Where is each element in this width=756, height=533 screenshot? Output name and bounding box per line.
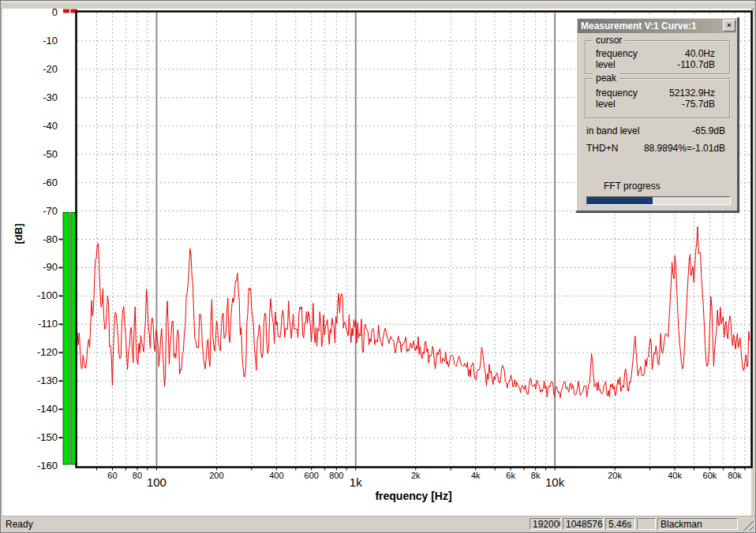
meter-scale-tick xyxy=(59,408,63,410)
peak-level-value: -75.7dB xyxy=(682,99,715,110)
x-tick-label: 4k xyxy=(471,471,481,480)
y-tick-label: -140 xyxy=(10,403,58,415)
meter-scale-tick xyxy=(59,323,63,325)
in-band-level-label: in band level xyxy=(586,125,639,136)
fft-progress-bar xyxy=(586,196,731,205)
peak-frequency-label: frequency xyxy=(596,88,638,99)
x-tick-label: 40k xyxy=(668,471,682,480)
level-meter-bar xyxy=(63,212,69,464)
x-tick-label: 600 xyxy=(305,471,319,480)
status-bar: Ready 192000 1048576 5.46s Blackman xyxy=(2,516,755,533)
status-cell-empty xyxy=(637,518,656,530)
peak-group-label: peak xyxy=(593,73,619,84)
thdn-value: 88.9894%=-1.01dB xyxy=(644,143,725,154)
y-tick-label: -70 xyxy=(10,205,58,217)
y-tick-label: -130 xyxy=(10,375,58,386)
status-cell-samplerate: 192000 xyxy=(530,518,561,530)
y-tick-label: -20 xyxy=(10,63,58,75)
peak-group: peak frequency52132.9Hz level-75.7dB xyxy=(585,78,731,119)
x-tick-label: 800 xyxy=(329,471,343,480)
cursor-group: cursor frequency40.0Hz level-110.7dB xyxy=(585,40,731,75)
y-tick-label: -110 xyxy=(10,318,58,330)
meter-scale-tick xyxy=(59,380,63,382)
x-tick-label: 6k xyxy=(506,471,515,480)
in-band-level-row: in band level -65.9dB xyxy=(586,125,725,136)
y-tick-label: -60 xyxy=(10,177,58,188)
x-tick-label: 80k xyxy=(728,471,742,480)
y-tick-label: -100 xyxy=(10,289,58,301)
x-tick-label-major: 100 xyxy=(147,475,167,489)
x-tick-label: 2k xyxy=(411,471,421,480)
in-band-level-value: -65.9dB xyxy=(692,125,725,136)
panel-titlebar[interactable]: Measurement V:1 Curve:1 xyxy=(578,19,736,33)
y-tick-label: -50 xyxy=(10,148,58,160)
fft-progress-fill xyxy=(587,197,653,204)
cursor-frequency-value: 40.0Hz xyxy=(685,48,715,59)
meter-scale-tick xyxy=(59,239,63,240)
status-ready-text: Ready xyxy=(6,519,33,530)
fft-progress-label: FFT progress xyxy=(604,181,661,192)
y-tick-label: 0 xyxy=(10,6,58,18)
close-icon[interactable]: × xyxy=(723,20,735,32)
y-tick-label: -40 xyxy=(10,120,58,132)
status-cell-time: 5.46s xyxy=(605,518,635,530)
y-tick-label: -80 xyxy=(10,233,58,245)
peak-level-label: level xyxy=(596,99,616,110)
clip-indicator xyxy=(63,9,69,13)
y-tick-label: -30 xyxy=(10,91,58,103)
y-tick-label: -10 xyxy=(10,35,58,47)
x-tick-label: 80 xyxy=(133,471,142,480)
y-tick-label: -150 xyxy=(10,431,58,443)
thdn-row: THD+N 88.9894%=-1.01dB xyxy=(586,143,725,154)
meter-scale-tick xyxy=(59,266,63,268)
cursor-frequency-label: frequency xyxy=(596,48,638,59)
cursor-level-label: level xyxy=(596,59,616,70)
x-tick-label-major: 10k xyxy=(545,475,564,489)
x-tick-label: 60 xyxy=(107,471,117,480)
resize-grip[interactable] xyxy=(743,520,754,531)
meter-scale-tick xyxy=(59,352,63,353)
meter-scale-tick xyxy=(59,295,63,296)
peak-frequency-value: 52132.9Hz xyxy=(669,88,715,99)
x-tick-label: 60k xyxy=(703,471,717,480)
x-axis-title: frequency [Hz] xyxy=(350,490,477,502)
meter-scale-tick xyxy=(59,437,63,438)
measurement-panel: Measurement V:1 Curve:1 × cursor frequen… xyxy=(575,17,739,212)
status-cell-fftsize: 1048576 xyxy=(563,518,604,530)
thdn-label: THD+N xyxy=(586,143,618,154)
cursor-group-label: cursor xyxy=(593,35,625,46)
y-tick-label: -160 xyxy=(10,460,58,472)
y-tick-label: -120 xyxy=(10,346,58,358)
app-window: [dB] frequency [Hz] 0-10-20-30-40-50-60-… xyxy=(0,0,756,533)
x-tick-label: 400 xyxy=(269,471,283,480)
x-tick-label: 200 xyxy=(209,471,223,480)
x-tick-label: 20k xyxy=(608,471,622,480)
spectrum-curve xyxy=(77,226,750,397)
y-tick-label: -90 xyxy=(10,261,58,273)
x-tick-label: 8k xyxy=(531,471,541,480)
cursor-level-value: -110.7dB xyxy=(677,59,715,70)
status-cell-window-fn: Blackman xyxy=(657,518,738,530)
x-tick-label-major: 1k xyxy=(350,475,362,489)
